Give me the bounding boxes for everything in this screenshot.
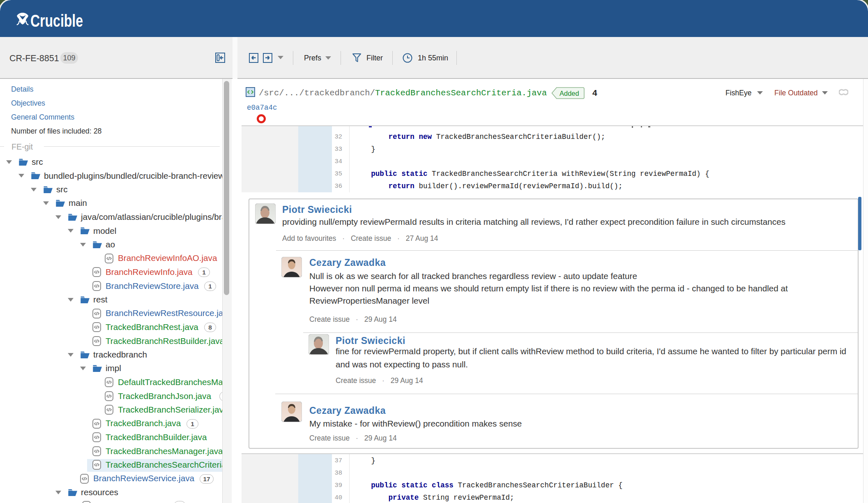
svg-text:Crucible: Crucible	[30, 12, 83, 30]
svg-text:Added: Added	[559, 90, 579, 97]
